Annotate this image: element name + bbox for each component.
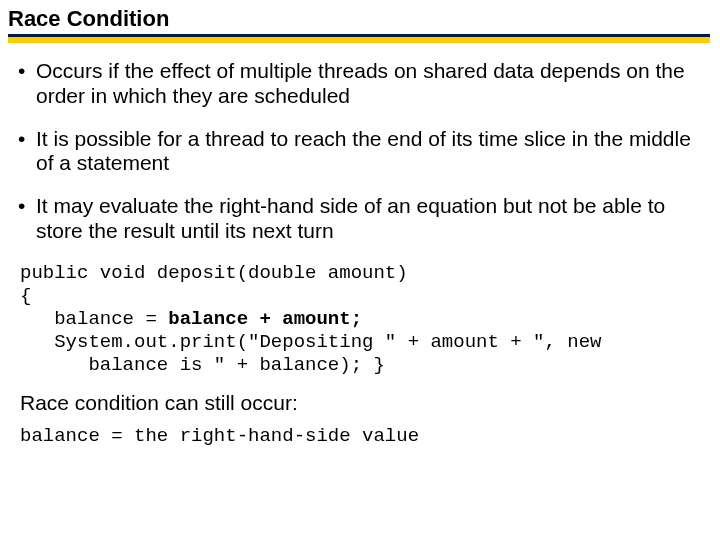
bullet-item: It is possible for a thread to reach the…: [18, 127, 702, 177]
rule-yellow: [8, 37, 710, 43]
slide-title: Race Condition: [8, 6, 710, 32]
code-line: public void deposit(double amount): [20, 262, 408, 284]
code-bold: balance + amount;: [168, 308, 362, 330]
code-line: {: [20, 285, 31, 307]
title-block: Race Condition: [0, 0, 720, 45]
code-line: balance is " + balance); }: [20, 354, 385, 376]
code-block-2: balance = the right-hand-side value: [20, 425, 702, 448]
code-line: balance =: [20, 308, 168, 330]
slide: Race Condition Occurs if the effect of m…: [0, 0, 720, 540]
subline: Race condition can still occur:: [20, 391, 702, 415]
bullet-item: Occurs if the effect of multiple threads…: [18, 59, 702, 109]
code-line: System.out.print("Depositing " + amount …: [20, 331, 602, 353]
bullet-item: It may evaluate the right-hand side of a…: [18, 194, 702, 244]
title-rules: [8, 34, 710, 43]
code-line: balance = the right-hand-side value: [20, 425, 419, 447]
slide-body: Occurs if the effect of multiple threads…: [0, 45, 720, 449]
code-block: public void deposit(double amount) { bal…: [20, 262, 702, 378]
bullet-list: Occurs if the effect of multiple threads…: [18, 59, 702, 244]
